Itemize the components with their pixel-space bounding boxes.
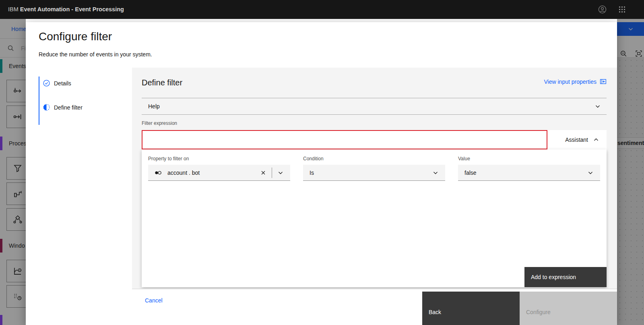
node-tile-split[interactable] bbox=[6, 208, 26, 231]
value-field-group: Value false bbox=[458, 156, 600, 181]
value-value: false bbox=[464, 170, 586, 176]
processors-section-accent bbox=[0, 137, 2, 150]
step-complete-icon bbox=[43, 80, 50, 87]
chevron-down-icon bbox=[431, 165, 440, 180]
condition-field-label: Condition bbox=[303, 156, 445, 161]
back-button-label: Back bbox=[429, 309, 520, 315]
view-input-properties-link[interactable]: View input properties bbox=[544, 78, 607, 85]
modal-subtitle: Reduce the number of events in your syst… bbox=[39, 51, 152, 58]
window-chart-icon bbox=[12, 266, 23, 276]
chevron-down-icon[interactable] bbox=[277, 165, 285, 180]
back-button[interactable]: Back bbox=[422, 292, 520, 325]
add-to-expression-button[interactable]: Add to expression bbox=[524, 267, 607, 287]
transform-icon bbox=[12, 188, 23, 199]
configure-button: Configure bbox=[520, 292, 617, 325]
split-icon bbox=[12, 214, 23, 225]
condition-field-group: Condition Is bbox=[303, 156, 445, 181]
section-heading: Define filter bbox=[142, 78, 182, 87]
modal-title: Configure filter bbox=[39, 30, 112, 43]
modal-footer: Cancel Back Configure bbox=[132, 289, 617, 325]
step-label: Details bbox=[54, 80, 71, 87]
node-tile-filter[interactable] bbox=[6, 157, 26, 180]
palette-section-processors: Proces bbox=[9, 140, 26, 147]
palette-section-events: Events bbox=[9, 63, 26, 69]
breadcrumb-home-link[interactable]: Home bbox=[11, 26, 26, 32]
assistant-toggle[interactable]: Assistant bbox=[547, 130, 607, 149]
chevron-down-icon bbox=[627, 26, 634, 32]
event-destination-icon bbox=[12, 112, 23, 122]
define-filter-panel: Define filter View input properties Help… bbox=[132, 68, 617, 289]
filter-expression-label: Filter expression bbox=[142, 120, 177, 126]
canvas-node[interactable]: sentiment bbox=[617, 137, 644, 149]
value-dropdown[interactable]: false bbox=[458, 165, 600, 181]
help-accordion-label: Help bbox=[148, 103, 160, 110]
next-section-accent bbox=[0, 315, 2, 325]
help-accordion[interactable]: Help bbox=[142, 98, 607, 115]
event-processing-app: Home Fi Events Proces Windo bbox=[0, 0, 644, 325]
filter-icon bbox=[12, 163, 23, 174]
canvas-area: sentiment bbox=[617, 19, 644, 325]
cancel-button[interactable]: Cancel bbox=[145, 297, 163, 304]
palette-search[interactable]: Fi bbox=[0, 38, 26, 58]
combobox-divider bbox=[272, 168, 272, 178]
canvas-toolbar bbox=[617, 38, 644, 58]
boolean-type-icon bbox=[155, 170, 162, 176]
property-field-group: Property to filter on account . bot bbox=[148, 156, 290, 181]
app-title: IBM Event Automation - Event Processing bbox=[8, 0, 124, 19]
windows-section-accent bbox=[0, 239, 2, 253]
aggregate-icon bbox=[12, 291, 23, 302]
property-field-label: Property to filter on bbox=[148, 156, 290, 161]
progress-indicator: Details Define filter bbox=[39, 77, 127, 125]
flow-canvas[interactable]: sentiment bbox=[617, 58, 644, 325]
palette-sidebar: Home Fi Events Proces Windo bbox=[0, 19, 26, 325]
property-combobox[interactable]: account . bot bbox=[148, 165, 290, 181]
node-tile-event-destination[interactable] bbox=[6, 106, 26, 128]
node-tile-aggregate[interactable] bbox=[6, 285, 26, 308]
node-tile-window-chart[interactable] bbox=[6, 260, 26, 282]
events-section-accent bbox=[0, 59, 2, 73]
condition-dropdown[interactable]: Is bbox=[303, 165, 445, 181]
brand-title: Event Automation - Event Processing bbox=[20, 6, 124, 12]
app-header: IBM Event Automation - Event Processing bbox=[0, 0, 644, 19]
node-tile-event-source[interactable] bbox=[6, 80, 26, 102]
value-field-label: Value bbox=[458, 156, 600, 161]
view-input-properties-label: View input properties bbox=[544, 79, 597, 85]
condition-value: Is bbox=[310, 170, 431, 176]
node-tile-transform[interactable] bbox=[6, 182, 26, 205]
brand-prefix: IBM bbox=[8, 6, 19, 12]
assistant-panel: Property to filter on account . bot bbox=[142, 149, 607, 287]
run-dropdown-button[interactable] bbox=[617, 22, 644, 36]
step-current-icon bbox=[43, 104, 50, 111]
search-placeholder: Fi bbox=[21, 45, 26, 52]
chevron-down-icon bbox=[594, 103, 601, 110]
configure-button-label: Configure bbox=[526, 309, 617, 315]
user-avatar-icon[interactable] bbox=[598, 5, 607, 14]
step-label: Define filter bbox=[54, 104, 83, 111]
canvas-node-label: sentiment bbox=[617, 138, 644, 148]
step-define-filter[interactable]: Define filter bbox=[39, 101, 127, 125]
search-icon bbox=[7, 45, 14, 53]
app-switcher-icon[interactable] bbox=[619, 6, 627, 14]
palette-section-windows: Windo bbox=[9, 242, 25, 249]
clear-selection-icon[interactable] bbox=[259, 165, 267, 180]
event-source-icon bbox=[12, 86, 23, 96]
step-details[interactable]: Details bbox=[39, 77, 127, 101]
property-value: account . bot bbox=[167, 170, 259, 176]
configure-filter-modal: Configure filter Reduce the number of ev… bbox=[26, 22, 617, 325]
open-panel-left-icon bbox=[600, 78, 607, 85]
chevron-up-icon bbox=[593, 137, 599, 143]
filter-expression-input[interactable] bbox=[142, 130, 547, 149]
chevron-down-icon bbox=[586, 165, 594, 180]
assistant-toggle-label: Assistant bbox=[565, 137, 588, 143]
